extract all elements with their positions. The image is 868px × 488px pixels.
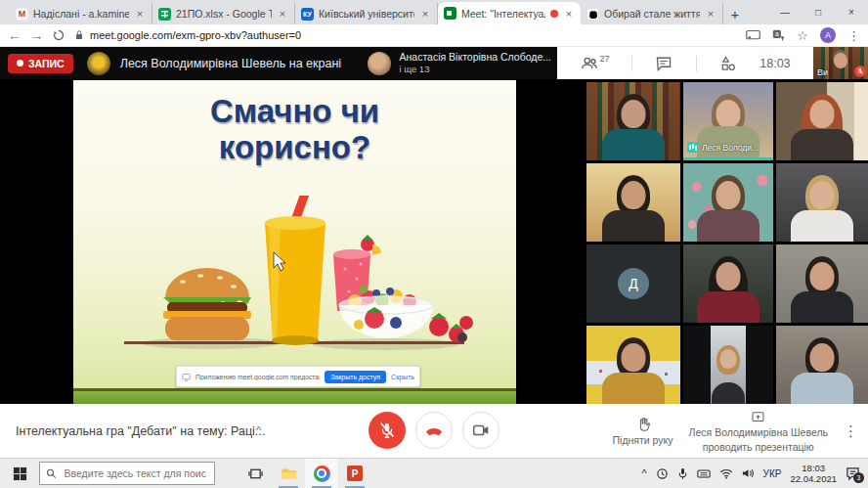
tray-mic-icon[interactable] — [677, 467, 688, 480]
clock-time: 18:03 — [802, 463, 825, 473]
end-call-icon — [423, 420, 445, 441]
chat-icon — [655, 55, 673, 72]
end-call-button[interactable] — [415, 412, 453, 449]
desktop: M Надіслані - a.kaminetska@kub × 21ПО.xl… — [0, 0, 868, 488]
file-explorer-button[interactable] — [272, 459, 305, 488]
participant-tile[interactable] — [776, 163, 868, 242]
translate-icon[interactable]: а — [772, 29, 785, 42]
tray-expand-chevron[interactable]: ^ — [641, 467, 646, 479]
tab-gmail[interactable]: M Надіслані - a.kaminetska@kub × — [10, 3, 152, 24]
screen-share-notification: Приложению meet.google.com предоставлен … — [176, 366, 420, 387]
meeting-title[interactable]: Інтелектуальна гра "Дебати" на тему: Рац… — [16, 424, 265, 438]
tab-sheets[interactable]: 21ПО.xlsx - Google Таблиці × — [152, 3, 295, 24]
tray-clock-icon[interactable] — [656, 467, 669, 480]
windows-logo-icon — [13, 466, 27, 481]
self-video-tile[interactable]: Ви — [813, 47, 868, 79]
monitor-icon — [182, 373, 191, 381]
taskbar-clock[interactable]: 18:03 22.04.2021 — [790, 463, 837, 485]
participant-banner-name: Анастасія Вікторівна Слободе... — [399, 51, 551, 64]
close-button[interactable]: × — [835, 0, 868, 24]
raise-hand-button[interactable]: Підняти руку — [613, 417, 673, 447]
presenting-status-line2: проводить презентацію — [703, 441, 814, 454]
participant-tile[interactable] — [586, 163, 680, 242]
participant-tile-active-speaker[interactable]: Леся Володи... — [683, 82, 773, 160]
meeting-details-chevron-icon[interactable]: ^ — [256, 424, 261, 436]
wifi-icon[interactable] — [719, 468, 733, 479]
forward-icon[interactable]: → — [30, 29, 43, 42]
participant-tile[interactable] — [586, 326, 680, 404]
search-icon — [46, 467, 57, 479]
powerpoint-icon: P — [347, 466, 363, 481]
tab-close-icon[interactable]: × — [134, 8, 146, 20]
tab-title: Київський університет імені Б — [319, 8, 414, 20]
call-buttons — [369, 412, 499, 449]
address-bar[interactable]: meet.google.com/exm-gpro-xbv?authuser=0 — [74, 29, 736, 41]
participant-tile[interactable] — [776, 326, 868, 404]
stop-sharing-button[interactable]: Закрыть доступ — [325, 371, 386, 383]
reload-icon[interactable] — [53, 29, 65, 41]
divider — [631, 56, 632, 71]
university-favicon-icon: КУ — [301, 8, 314, 21]
presenting-status[interactable]: Леся Володимирівна Шевель проводить през… — [689, 410, 828, 453]
meet-control-bar: Інтелектуальна гра "Дебати" на тему: Рац… — [0, 404, 868, 458]
search-input[interactable] — [63, 466, 208, 480]
action-center-button[interactable]: 3 — [846, 466, 860, 480]
tray-keyboard-icon[interactable] — [697, 468, 711, 479]
participant-tile[interactable] — [776, 244, 868, 323]
participant-tile-no-video[interactable]: Д — [586, 244, 680, 323]
participant-tile[interactable] — [683, 326, 773, 404]
tab-recording-dot-icon — [550, 10, 558, 18]
participant-tile[interactable] — [683, 244, 773, 323]
browser-tab-strip: M Надіслані - a.kaminetska@kub × 21ПО.xl… — [0, 0, 868, 24]
tab-close-icon[interactable]: × — [563, 8, 575, 20]
participant-tile[interactable] — [776, 82, 868, 160]
bookmark-star-icon[interactable]: ☆ — [797, 29, 808, 42]
hide-notification-link[interactable]: Скрыть — [391, 374, 414, 380]
window-controls: — □ × — [768, 0, 868, 24]
tab-wwf[interactable]: Обирай стале життя! | WWF u × — [581, 3, 723, 24]
windows-taskbar: P ^ УКР 18:03 22.04.2021 — [0, 458, 868, 488]
screen-share-icon[interactable] — [746, 29, 760, 41]
profile-avatar[interactable]: A — [820, 27, 836, 43]
back-icon[interactable]: ← — [8, 29, 21, 42]
toolbar-right: а ☆ A ⋮ — [746, 27, 860, 43]
minimize-button[interactable]: — — [768, 0, 802, 24]
start-button[interactable] — [0, 459, 39, 488]
participant-tile[interactable] — [683, 163, 773, 242]
maximize-button[interactable]: □ — [802, 0, 835, 24]
chrome-taskbar-button[interactable] — [305, 459, 338, 488]
taskbar-search[interactable] — [39, 462, 215, 485]
volume-icon[interactable] — [742, 467, 755, 479]
browser-menu-icon[interactable]: ⋮ — [847, 29, 860, 42]
browser-toolbar: ← → meet.google.com/exm-gpro-xbv?authuse… — [0, 24, 868, 47]
task-view-button[interactable] — [239, 459, 272, 488]
tab-title: 21ПО.xlsx - Google Таблиці — [176, 8, 272, 20]
new-tab-button[interactable]: + — [723, 3, 747, 24]
participants-button[interactable]: 27 — [580, 54, 608, 72]
recording-dot-icon — [17, 60, 23, 67]
url-text: meet.google.com/exm-gpro-xbv?authuser=0 — [90, 29, 301, 41]
tab-meet-active[interactable]: Meet: "Інтелектуальна гр × — [438, 2, 581, 24]
camera-toggle-button[interactable] — [462, 412, 499, 449]
powerpoint-taskbar-button[interactable]: P — [338, 459, 371, 488]
participant-banner-more: і ще 13 — [399, 64, 551, 75]
present-screen-icon — [751, 410, 765, 424]
language-indicator[interactable]: УКР — [763, 468, 782, 479]
tab-title: Обирай стале життя! | WWF u — [604, 8, 700, 20]
participant-tile[interactable] — [586, 82, 680, 160]
participants-banner[interactable]: Анастасія Вікторівна Слободе... і ще 13 — [368, 51, 551, 75]
tab-close-icon[interactable]: × — [277, 8, 288, 20]
presenting-status-line1: Леся Володимирівна Шевель — [689, 426, 828, 439]
more-options-icon[interactable]: ⋮ — [844, 422, 858, 440]
sheets-favicon-icon — [158, 8, 171, 21]
chat-button[interactable] — [655, 55, 673, 72]
recording-badge: ЗАПИС — [8, 54, 73, 73]
shapes-icon — [719, 55, 737, 72]
tab-close-icon[interactable]: × — [419, 8, 431, 20]
mute-microphone-button[interactable] — [369, 412, 406, 449]
tab-university[interactable]: КУ Київський університет імені Б × — [295, 3, 438, 24]
activities-button[interactable] — [719, 55, 737, 72]
tab-close-icon[interactable]: × — [705, 8, 716, 20]
camera-icon — [471, 421, 491, 440]
presenting-banner: Леся Володимирівна Шевель на екрані — [120, 57, 341, 70]
